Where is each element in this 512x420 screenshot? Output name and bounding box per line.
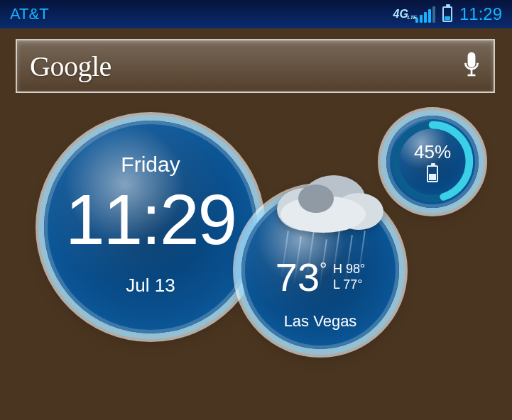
clock-day: Friday	[44, 153, 257, 177]
svg-point-7	[298, 184, 334, 213]
home-screen: AT&T 4GLTE 11:29 Google	[0, 0, 512, 420]
weather-temp-unit: °	[320, 258, 327, 280]
weather-low-label: L	[333, 277, 339, 292]
signal-icon	[415, 6, 435, 23]
status-bar: AT&T 4GLTE 11:29	[0, 0, 512, 28]
weather-location: Las Vegas	[241, 312, 399, 331]
status-clock: 11:29	[459, 4, 502, 24]
battery-percent: 45%	[386, 141, 479, 163]
weather-cloud-icon	[266, 170, 387, 234]
battery-inner-icon	[386, 165, 479, 182]
weather-high-label: H	[333, 262, 342, 276]
weather-temps: 73° H 98° L 77°	[241, 254, 399, 300]
mic-icon[interactable]	[462, 50, 481, 82]
svg-rect-0	[468, 52, 476, 68]
search-bar[interactable]: Google	[16, 39, 495, 93]
weather-widget[interactable]: 73° H 98° L 77° Las Vegas	[241, 192, 399, 349]
weather-current-temp: 73	[276, 255, 320, 299]
battery-icon	[442, 6, 452, 22]
battery-widget[interactable]: 45%	[386, 116, 479, 208]
network-icon: 4GLTE	[393, 8, 408, 21]
weather-high: 98°	[346, 262, 365, 276]
clock-time: 11:29	[44, 179, 257, 260]
search-provider-logo: Google	[30, 50, 111, 83]
carrier-label: AT&T	[10, 5, 49, 23]
clock-date: Jul 13	[44, 275, 257, 297]
weather-low: 77°	[343, 277, 362, 292]
clock-widget[interactable]: Friday 11:29 Jul 13	[44, 121, 257, 333]
